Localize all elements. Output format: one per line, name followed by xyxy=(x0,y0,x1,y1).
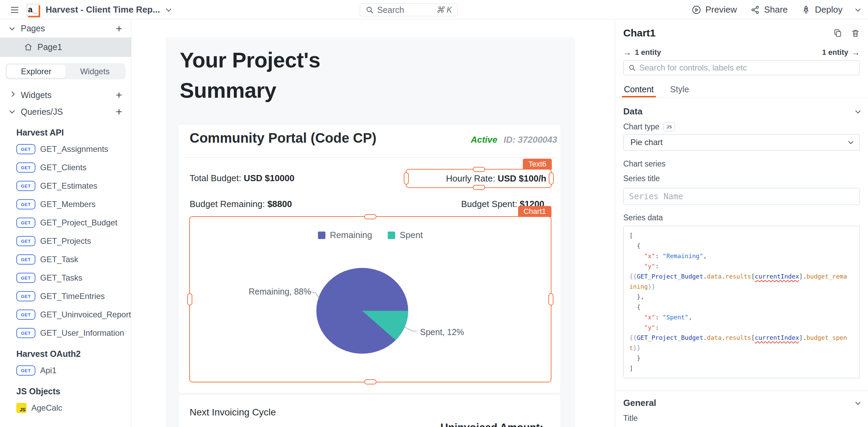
query-name: GET_Clients xyxy=(40,163,86,172)
query-item[interactable]: GETGET_Tasks xyxy=(0,269,131,287)
query-item[interactable]: GETGET_Task xyxy=(0,250,131,269)
status-badge: Active xyxy=(471,135,497,145)
widget-name[interactable]: Chart1 xyxy=(623,27,656,39)
query-name: Api1 xyxy=(40,366,57,375)
uninvoiced-amount-label: Uninvoiced Amount: xyxy=(440,422,543,427)
get-badge-icon: GET xyxy=(16,181,35,191)
global-search[interactable]: Search ⌘ K xyxy=(360,3,458,16)
chevron-down-icon xyxy=(855,399,861,405)
tab-explorer[interactable]: Explorer xyxy=(7,65,66,78)
chevron-down-icon xyxy=(10,108,15,114)
query-name: GET_Estimates xyxy=(40,181,97,191)
add-widget-button[interactable]: + xyxy=(116,90,122,100)
sidebar-item-page1[interactable]: Page1 xyxy=(0,37,131,57)
series-data-editor[interactable]: [ { "x": "Remaining", "y":{{GET_Project_… xyxy=(623,226,860,378)
outgoing-entities[interactable]: 1 entity → xyxy=(822,48,860,57)
home-icon xyxy=(24,43,33,51)
query-item[interactable]: GETGET_Uninvoiced_Report xyxy=(0,305,131,324)
legend-item-remaining[interactable]: Remaining xyxy=(318,230,372,240)
deploy-options-chevron-icon[interactable] xyxy=(855,6,861,12)
property-search[interactable] xyxy=(623,60,860,75)
resize-handle-left[interactable] xyxy=(404,172,409,185)
query-item[interactable]: GETApi1 xyxy=(0,361,131,380)
query-item[interactable]: GETGET_Assignments xyxy=(0,140,131,158)
search-icon xyxy=(628,64,636,72)
arrow-right-icon: → xyxy=(623,48,631,57)
topbar: a_ Harvest - Client Time Rep... Search ⌘… xyxy=(0,0,868,19)
search-placeholder: Search xyxy=(377,5,404,15)
leader-line xyxy=(405,327,417,331)
pages-header[interactable]: Pages + xyxy=(0,19,131,37)
copy-icon[interactable] xyxy=(833,29,842,37)
get-badge-icon: GET xyxy=(16,254,35,265)
chart-type-select[interactable]: Pie chart xyxy=(623,134,860,151)
chart1-widget[interactable]: Chart1 Remaining xyxy=(189,216,551,382)
query-item[interactable]: GETGET_Clients xyxy=(0,158,131,177)
divider xyxy=(615,391,868,391)
legend-item-spent[interactable]: Spent xyxy=(388,230,423,240)
property-search-input[interactable] xyxy=(639,63,855,73)
query-name: GET_Projects xyxy=(40,236,91,246)
app-page[interactable]: Your Project's Summary Community Portal … xyxy=(166,37,575,427)
widgets-label: Widgets xyxy=(21,90,51,100)
resize-handle-right[interactable] xyxy=(549,172,554,185)
app-menu-chevron-icon[interactable] xyxy=(166,6,172,12)
pages-label: Pages xyxy=(21,23,45,33)
resize-handle-bottom[interactable] xyxy=(473,185,485,190)
app-title[interactable]: Harvest - Client Time Rep... xyxy=(46,4,160,15)
general-section-header[interactable]: General xyxy=(623,398,860,408)
series-title-input[interactable] xyxy=(629,192,854,201)
app-logo[interactable]: a_ xyxy=(27,4,39,16)
query-item[interactable]: GETGET_Project_Budget xyxy=(0,214,131,232)
query-name: GET_Tasks xyxy=(40,273,82,283)
budget-remaining-text: Budget Remaining: $8800 xyxy=(190,199,292,209)
legend-swatch xyxy=(318,232,325,239)
queries-section-header[interactable]: Queries/JS + xyxy=(0,104,131,119)
add-query-button[interactable]: + xyxy=(116,106,122,117)
incoming-entities[interactable]: → 1 entity xyxy=(623,48,661,57)
text6-widget[interactable]: Text6 Hourly Rate: USD $100/h xyxy=(406,169,552,188)
project-card-title: Community Portal (Code CP) xyxy=(190,130,376,146)
menu-icon[interactable] xyxy=(10,5,20,15)
invoicing-card: Next Invoicing Cycle Uninvoiced Amount: xyxy=(178,394,561,427)
project-summary-card: Community Portal (Code CP) Active ID: 37… xyxy=(178,124,561,393)
play-circle-icon xyxy=(692,5,701,15)
get-badge-icon: GET xyxy=(16,236,35,246)
pie-data-label: Spent, 12% xyxy=(420,327,464,337)
js-toggle[interactable]: JS xyxy=(663,122,675,131)
query-group-header: Harvest API xyxy=(0,126,131,140)
property-pane: Chart1 → 1 entity 1 entity → xyxy=(615,19,868,427)
tab-content[interactable]: Content xyxy=(623,81,655,97)
query-item[interactable]: GETGET_Estimates xyxy=(0,177,131,195)
data-section-header[interactable]: Data xyxy=(623,106,860,117)
chart1-widget-tag[interactable]: Chart1 xyxy=(518,206,551,217)
share-button[interactable]: Share xyxy=(751,4,788,15)
legend-swatch xyxy=(388,232,395,239)
chevron-right-icon xyxy=(10,92,15,97)
resize-handle-top[interactable] xyxy=(473,167,485,172)
tab-style[interactable]: Style xyxy=(670,81,690,97)
query-item[interactable]: JSAgeCalc xyxy=(0,399,131,417)
query-item[interactable]: GETGET_TimeEntries xyxy=(0,287,131,305)
query-name: GET_Assignments xyxy=(40,144,108,154)
search-icon xyxy=(366,6,374,14)
query-item[interactable]: GETGET_User_Information xyxy=(0,324,131,342)
deploy-button[interactable]: Deploy xyxy=(801,4,842,15)
hourly-rate-text: Hourly Rate: USD $100/h xyxy=(446,173,546,184)
delete-icon[interactable] xyxy=(851,29,860,37)
series-title-field[interactable] xyxy=(623,188,860,205)
chart-legend: Remaining Spent xyxy=(190,230,551,240)
left-sidebar: Pages + Page1 Explorer Widgets Widgets +… xyxy=(0,19,131,427)
add-page-button[interactable]: + xyxy=(116,23,122,34)
project-id: ID: 37200043 xyxy=(503,135,557,145)
text6-widget-tag[interactable]: Text6 xyxy=(523,159,552,170)
chart-type-label: Chart type JS xyxy=(623,122,860,131)
query-name: GET_Uninvoiced_Report xyxy=(40,310,131,319)
query-item[interactable]: GETGET_Members xyxy=(0,195,131,214)
widgets-section-header[interactable]: Widgets + xyxy=(0,88,131,102)
tab-widgets[interactable]: Widgets xyxy=(66,65,125,78)
query-item[interactable]: GETGET_Projects xyxy=(0,232,131,250)
query-name: GET_User_Information xyxy=(40,328,124,338)
preview-button[interactable]: Preview xyxy=(692,4,737,15)
chart-series-label: Chart series xyxy=(623,159,860,169)
